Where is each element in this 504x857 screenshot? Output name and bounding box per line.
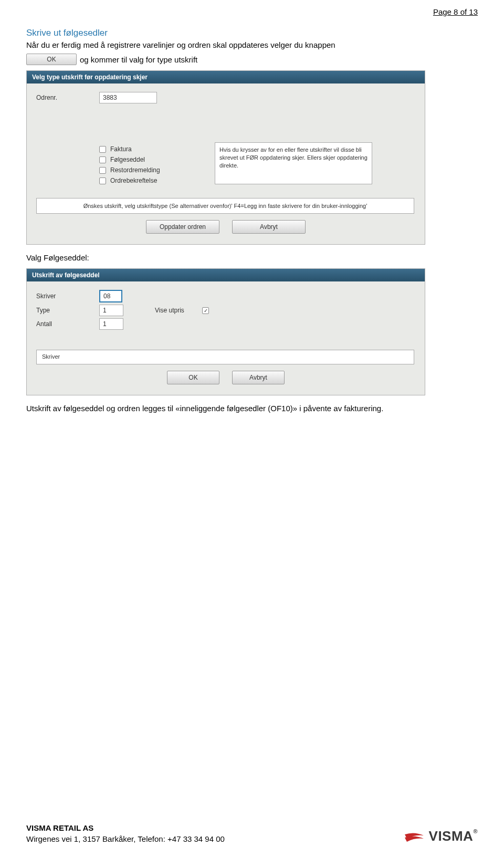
panel2-titlebar: Utskrift av følgeseddel [27,269,425,281]
vise-utpris-label: Vise utpris [155,307,202,314]
ordenr-label: Odrenr. [36,94,99,101]
footer-company: VISMA RETAIL AS [26,822,225,833]
checkbox-folgeseddel[interactable]: Følgeseddel [99,156,204,163]
antall-input[interactable]: 1 [99,318,123,330]
section-title: Skrive ut følgesedler [26,28,478,38]
intro-text-2: og kommer til valg for type utskrift [80,55,197,64]
checkbox-label: Faktura [110,145,132,153]
print-type-panel: Velg type utskrift før oppdatering skjer… [26,70,425,245]
page-footer: VISMA RETAIL AS Wirgenes vei 1, 3157 Bar… [26,822,478,844]
skriver-box: Skriver [36,350,414,364]
checkbox-restordremelding[interactable]: Restordremelding [99,166,204,174]
checkbox-icon [99,146,106,153]
oppdater-ordren-button[interactable]: Oppdater ordren [146,220,219,234]
checkbox-icon [99,167,106,174]
checkbox-label: Restordremelding [110,166,160,174]
antall-label: Antall [36,320,99,328]
type-label: Type [36,307,99,314]
type-input[interactable]: 1 [99,305,123,316]
visma-swoosh-icon [404,830,425,843]
checkbox-ordrebekreftelse[interactable]: Ordrebekreftelse [99,177,204,184]
inline-ok-button[interactable]: OK [26,54,77,65]
folgeseddel-panel: Utskrift av følgeseddel Skriver 08 Type … [26,268,425,395]
info-box: Hvis du krysser av for en eller flere ut… [215,142,372,184]
intro-paragraph: Når du er ferdig med å registrere vareli… [26,39,478,50]
bottom-paragraph: Utskrift av følgeseddel og ordren legges… [26,403,478,414]
ok-button[interactable]: OK [167,371,219,384]
skriver-input[interactable]: 08 [99,290,122,302]
avbryt-button-2[interactable]: Avbryt [232,371,285,384]
mid-text: Valg Følgeseddel: [26,252,478,263]
vise-utpris-checkbox[interactable] [202,307,209,314]
intro-text-1: Når du er ferdig med å registrere vareli… [26,40,335,49]
ordenr-input[interactable]: 3883 [99,92,157,103]
checkbox-icon [99,156,106,163]
visma-logo-text: VISMA® [429,828,478,844]
hint-box: Ønskes utskrift, velg utskriftstype (Se … [36,198,414,214]
visma-logo: VISMA® [404,828,478,844]
checkbox-faktura[interactable]: Faktura [99,145,204,153]
checkbox-label: Ordrebekreftelse [110,177,157,184]
avbryt-button[interactable]: Avbryt [232,220,306,234]
panel1-titlebar: Velg type utskrift før oppdatering skjer [27,71,425,83]
checkbox-label: Følgeseddel [110,156,145,163]
skriver-label: Skriver [36,292,99,300]
footer-address: Wirgenes vei 1, 3157 Barkåker, Telefon: … [26,833,225,844]
page-number: Page 8 of 13 [26,0,478,26]
checkbox-icon [99,177,106,184]
